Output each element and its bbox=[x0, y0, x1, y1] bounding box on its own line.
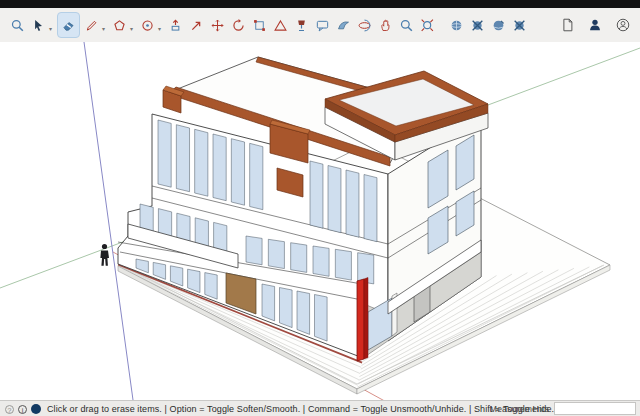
account-icon[interactable] bbox=[613, 13, 632, 37]
window-top-strip bbox=[0, 0, 640, 8]
viewport-3d[interactable] bbox=[0, 42, 640, 400]
arc-dropdown-caret[interactable]: ▾ bbox=[158, 25, 163, 32]
arc-icon[interactable] bbox=[138, 13, 157, 37]
follow-me-icon[interactable] bbox=[334, 13, 353, 37]
select-dropdown-caret[interactable]: ▾ bbox=[49, 25, 54, 32]
measurements-label: Measurements bbox=[489, 404, 549, 414]
pencil-icon[interactable] bbox=[82, 13, 101, 37]
pencil-dropdown-caret[interactable]: ▾ bbox=[102, 25, 107, 32]
shapes-icon[interactable] bbox=[110, 13, 129, 37]
zoom-window-icon[interactable] bbox=[397, 13, 416, 37]
section-plane-icon[interactable] bbox=[510, 13, 529, 37]
move-icon[interactable] bbox=[187, 13, 206, 37]
new-document-icon[interactable] bbox=[557, 13, 576, 37]
eraser-icon[interactable] bbox=[57, 12, 80, 38]
look-around-icon[interactable] bbox=[468, 13, 487, 37]
tool-group-left: ▾▾▾▾ bbox=[0, 12, 529, 38]
shapes-dropdown-caret[interactable]: ▾ bbox=[130, 25, 135, 32]
user-icon[interactable] bbox=[585, 13, 604, 37]
paint-icon[interactable] bbox=[292, 13, 311, 37]
status-dot-icon bbox=[31, 404, 41, 414]
push-pull-icon[interactable] bbox=[166, 13, 185, 37]
measurements-box: Measurements bbox=[489, 402, 636, 415]
scale-icon[interactable] bbox=[250, 13, 269, 37]
sketchup-window: ▾▾▾▾ bbox=[0, 0, 640, 416]
help-icon[interactable]: ? bbox=[5, 405, 14, 414]
status-icons: ? i bbox=[0, 404, 47, 414]
walk-icon[interactable] bbox=[489, 13, 508, 37]
tool-group-right bbox=[557, 8, 632, 42]
tool-hint-text: Click or drag to erase items. | Option =… bbox=[47, 404, 554, 414]
select-icon[interactable] bbox=[29, 13, 48, 37]
main-toolbar: ▾▾▾▾ bbox=[0, 8, 640, 43]
zoom-icon[interactable] bbox=[8, 13, 27, 37]
measurements-input[interactable] bbox=[554, 402, 636, 415]
pan-icon[interactable] bbox=[376, 13, 395, 37]
protractor-icon[interactable] bbox=[271, 13, 290, 37]
blue-axis bbox=[84, 42, 133, 400]
orbit-icon[interactable] bbox=[355, 13, 374, 37]
info-icon[interactable]: i bbox=[18, 405, 27, 414]
offset-icon[interactable] bbox=[208, 13, 227, 37]
position-camera-icon[interactable] bbox=[447, 13, 466, 37]
rotate-icon[interactable] bbox=[229, 13, 248, 37]
zoom-extents-icon[interactable] bbox=[418, 13, 437, 37]
label-icon[interactable] bbox=[313, 13, 332, 37]
red-corner-column[interactable] bbox=[357, 278, 368, 362]
